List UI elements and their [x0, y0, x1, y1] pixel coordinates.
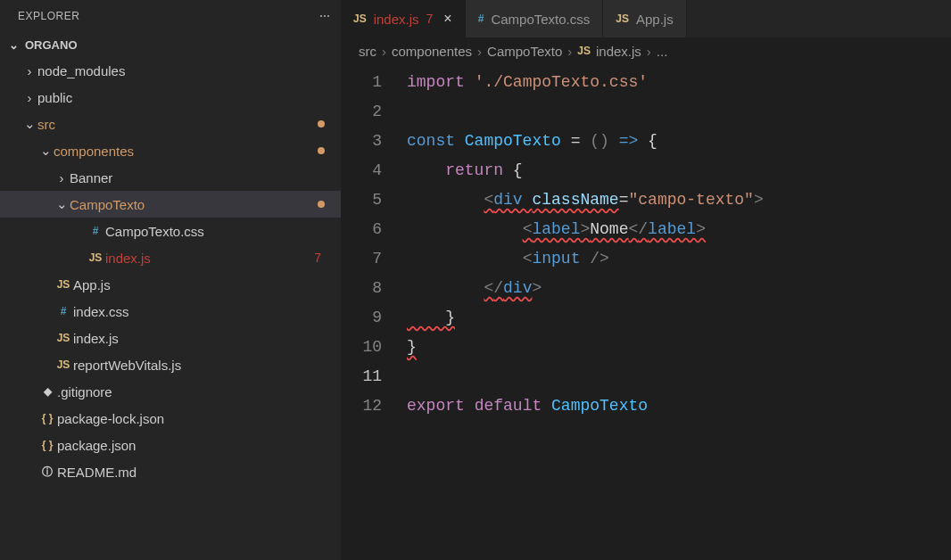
item-label: reportWebVitals.js [73, 358, 325, 373]
more-icon[interactable]: ⋯ [319, 10, 331, 22]
item-label: CampoTexto.css [105, 224, 325, 239]
file-item[interactable]: JSindex.js [0, 325, 341, 351]
css-icon: # [86, 225, 105, 237]
line-number: 1 [341, 68, 382, 97]
explorer-title: EXPLORER [18, 10, 79, 22]
file-item[interactable]: #CampoTexto.css [0, 218, 341, 244]
json-icon: { } [37, 412, 57, 424]
code-line[interactable]: } [407, 333, 951, 362]
editor-tab[interactable]: #CampoTexto.css [466, 0, 604, 37]
line-number: 4 [341, 156, 382, 185]
token: input [532, 250, 580, 268]
tab-title: App.js [636, 12, 674, 27]
folder-item[interactable]: ›node_modules [0, 57, 341, 84]
breadcrumb-segment[interactable]: src [359, 44, 376, 59]
file-item[interactable]: ⓘREADME.md [0, 458, 341, 485]
close-icon[interactable]: × [443, 11, 451, 27]
editor-tab[interactable]: JSApp.js [603, 0, 686, 37]
token: default [475, 397, 551, 415]
tab-title: index.js [374, 12, 419, 27]
item-label: package.json [57, 438, 325, 453]
breadcrumbs[interactable]: src›componentes›CampoTexto›JSindex.js›..… [341, 37, 951, 64]
token: () [590, 132, 609, 150]
folder-item[interactable]: ⌄componentes [0, 137, 341, 164]
code-line[interactable]: <input /> [407, 244, 951, 274]
code-line[interactable]: <div className="campo-texto"> [407, 185, 951, 215]
chevron-down-icon: ⌄ [5, 38, 21, 52]
tab-error-badge: 7 [426, 12, 437, 26]
token [407, 161, 445, 179]
token: > [754, 191, 764, 209]
code-line[interactable] [407, 97, 951, 127]
file-item[interactable]: { }package-lock.json [0, 405, 341, 432]
code-view[interactable]: 123456789101112 import './CampoTexto.css… [341, 64, 951, 421]
file-item[interactable]: #index.css [0, 298, 341, 325]
item-label: App.js [73, 277, 325, 292]
breadcrumb-segment[interactable]: ... [657, 44, 668, 59]
code-line[interactable]: export default CampoTexto [407, 391, 951, 421]
git-icon: ◆ [37, 385, 57, 398]
js-icon: JS [54, 332, 73, 344]
file-item[interactable]: { }package.json [0, 432, 341, 458]
project-root[interactable]: ⌄ ORGANO [0, 32, 341, 57]
token: } [407, 309, 455, 326]
editor-area: JSindex.js7×#CampoTexto.cssJSApp.js src›… [341, 0, 951, 560]
file-item[interactable]: JSApp.js [0, 271, 341, 298]
token: div [503, 279, 532, 297]
breadcrumb-segment[interactable]: componentes [392, 44, 472, 59]
code-line[interactable]: const CampoTexto = () => { [407, 127, 951, 156]
code-line[interactable]: import './CampoTexto.css' [407, 68, 951, 97]
code-line[interactable]: </div> [407, 274, 951, 303]
line-number: 8 [341, 274, 382, 303]
token: div [493, 191, 532, 209]
breadcrumb-segment[interactable]: CampoTexto [487, 44, 562, 59]
code-line[interactable]: return { [407, 156, 951, 185]
line-number: 2 [341, 97, 382, 127]
item-label: CampoTexto [70, 197, 318, 212]
folder-item[interactable]: ⌄src [0, 111, 341, 137]
breadcrumb-segment[interactable]: index.js [596, 44, 641, 59]
token: className [532, 191, 618, 209]
token: './CampoTexto.css' [475, 73, 648, 91]
file-item[interactable]: JSreportWebVitals.js [0, 351, 341, 378]
folder-item[interactable]: ›Banner [0, 164, 341, 191]
chevron-right-icon: › [21, 90, 37, 105]
line-gutter: 123456789101112 [341, 68, 407, 421]
token: => [619, 132, 639, 150]
file-item[interactable]: JSindex.js7 [0, 244, 341, 271]
info-icon: ⓘ [37, 465, 57, 480]
js-icon: JS [86, 251, 105, 264]
chevron-down-icon: ⌄ [37, 143, 54, 159]
chevron-right-icon: › [567, 44, 572, 59]
token [580, 250, 590, 268]
token [407, 220, 523, 238]
js-icon: JS [353, 12, 367, 25]
editor-tab[interactable]: JSindex.js7× [341, 0, 466, 37]
chevron-down-icon: ⌄ [54, 196, 70, 212]
line-number: 7 [341, 244, 382, 274]
token [407, 191, 484, 209]
token [407, 279, 484, 297]
item-label: src [37, 117, 318, 132]
tab-title: CampoTexto.css [491, 12, 590, 27]
code-lines[interactable]: import './CampoTexto.css' const CampoTex… [407, 68, 951, 421]
item-label: componentes [54, 144, 318, 159]
code-line[interactable] [407, 362, 951, 391]
token: < [523, 250, 533, 268]
chevron-right-icon: › [477, 44, 482, 59]
folder-item[interactable]: ›public [0, 84, 341, 111]
modified-dot-icon [318, 147, 325, 154]
token: /> [590, 250, 609, 268]
token: CampoTexto [551, 397, 648, 415]
token: } [407, 338, 417, 356]
css-icon: # [54, 305, 73, 317]
file-item[interactable]: ◆.gitignore [0, 378, 341, 405]
file-tree: ›node_modules›public⌄src⌄componentes›Ban… [0, 57, 341, 485]
token: CampoTexto [465, 132, 561, 150]
token: < [484, 279, 493, 297]
code-line[interactable]: } [407, 303, 951, 333]
css-icon: # [478, 12, 484, 25]
code-line[interactable]: <label>Nome</label> [407, 215, 951, 244]
chevron-right-icon: › [54, 170, 70, 185]
folder-item[interactable]: ⌄CampoTexto [0, 191, 341, 218]
